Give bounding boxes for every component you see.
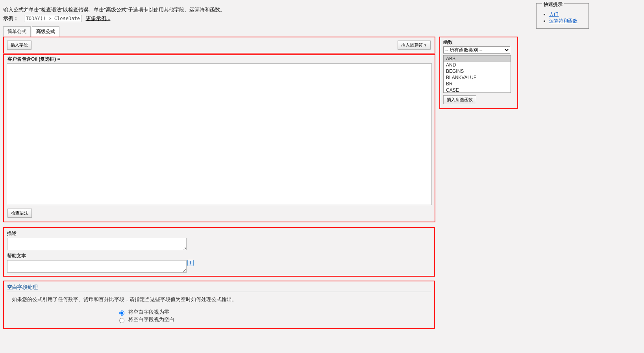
example-code: TODAY() > CloseDate — [24, 15, 82, 22]
blank-option-zero-label[interactable]: 将空白字段视为零 — [117, 309, 431, 316]
functions-panel: 函数 -- 所有函数类别 -- ABS AND BEGINS BLANKVALU… — [439, 37, 518, 109]
blank-option-blank-radio[interactable] — [119, 318, 124, 323]
quick-tip-link-getting-started[interactable]: 入门 — [549, 11, 559, 17]
insert-operator-button[interactable]: 插入运算符 — [398, 41, 431, 50]
blank-handling-description: 如果您的公式引用了任何数字、货币和百分比字段，请指定当这些字段值为空时如何处理公… — [12, 296, 431, 303]
info-icon[interactable]: i — [187, 260, 194, 266]
formula-toolbar: 插入字段 插入运算符 — [3, 37, 435, 54]
example-label: 示例： — [3, 15, 19, 21]
function-list[interactable]: ABS AND BEGINS BLANKVALUE BR CASE — [443, 55, 511, 93]
help-text-label: 帮助文本 — [7, 253, 431, 259]
functions-title: 函数 — [443, 39, 514, 46]
description-textarea[interactable] — [7, 238, 187, 250]
function-item-br[interactable]: BR — [444, 81, 511, 87]
blank-handling-title: 空白字段处理 — [7, 284, 431, 292]
insert-field-button[interactable]: 插入字段 — [7, 41, 31, 50]
formula-field-label: 客户名包含Oil (复选框) = — [4, 55, 434, 63]
quick-tip-link-operators-functions[interactable]: 运算符和函数 — [549, 18, 577, 24]
description-panel: 描述 帮助文本 i — [3, 227, 435, 277]
formula-textarea[interactable] — [7, 63, 432, 205]
function-category-select[interactable]: -- 所有函数类别 -- — [443, 46, 510, 54]
function-item-and[interactable]: AND — [444, 62, 511, 68]
description-label: 描述 — [7, 230, 431, 237]
tab-simple-formula[interactable]: 简单公式 — [3, 26, 31, 37]
check-syntax-button[interactable]: 检查语法 — [7, 209, 32, 218]
blank-option-blank-text: 将空白字段视为空白 — [128, 316, 174, 322]
blank-field-handling-panel: 空白字段处理 如果您的公式引用了任何数字、货币和百分比字段，请指定当这些字段值为… — [3, 281, 435, 329]
quick-tips-panel: 快速提示 入门 运算符和函数 — [536, 3, 589, 29]
blank-option-blank-label[interactable]: 将空白字段视为空白 — [117, 316, 431, 323]
function-item-case[interactable]: CASE — [444, 87, 511, 93]
insert-selected-function-button[interactable]: 插入所选函数 — [443, 95, 476, 104]
quick-tips-title: 快速提示 — [542, 1, 564, 8]
more-examples-link[interactable]: 更多示例... — [86, 15, 111, 21]
function-item-begins[interactable]: BEGINS — [444, 68, 511, 74]
blank-option-zero-radio[interactable] — [119, 310, 124, 316]
help-text-textarea[interactable] — [7, 260, 187, 273]
tab-advanced-formula[interactable]: 高级公式 — [32, 26, 59, 37]
function-item-blankvalue[interactable]: BLANKVALUE — [444, 74, 511, 81]
formula-editor-panel: 客户名包含Oil (复选框) = 检查语法 — [3, 54, 435, 222]
blank-option-zero-text: 将空白字段视为零 — [128, 309, 169, 315]
function-item-abs[interactable]: ABS — [444, 55, 511, 62]
